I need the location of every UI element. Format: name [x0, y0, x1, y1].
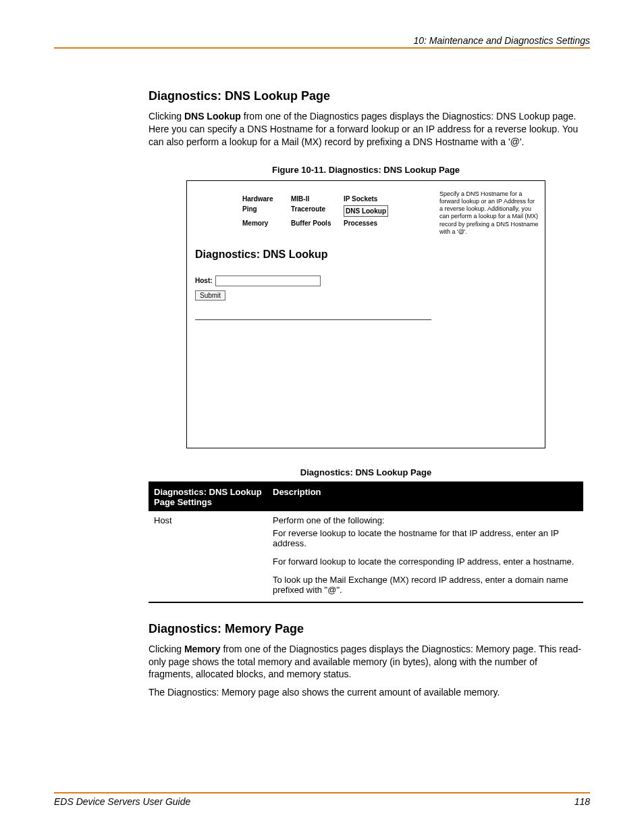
nav-hardware[interactable]: Hardware [241, 194, 290, 203]
figure-screenshot: Hardware MIB-II IP Sockets Ping Tracerou… [186, 180, 545, 448]
figure-caption: Figure 10-11. Diagnostics: DNS Lookup Pa… [149, 165, 583, 175]
nav-memory[interactable]: Memory [241, 219, 290, 228]
footer-page-number: 118 [574, 796, 590, 807]
section-intro-dns: Clicking DNS Lookup from one of the Diag… [149, 110, 583, 149]
memory-p1-pre: Clicking [149, 644, 184, 654]
memory-p2: The Diagnostics: Memory page also shows … [149, 686, 583, 699]
table-cell-desc4: To look up the Mail Exchange (MX) record… [267, 573, 583, 602]
footer-guide-name: EDS Device Servers User Guide [54, 796, 190, 807]
table-cell-desc2: For reverse lookup to locate the hostnam… [267, 527, 583, 555]
nav-grid: Hardware MIB-II IP Sockets Ping Tracerou… [241, 194, 390, 228]
nav-ipsockets[interactable]: IP Sockets [342, 194, 390, 203]
intro-text-bold: DNS Lookup [184, 111, 241, 122]
section-title-dns: Diagnostics: DNS Lookup Page [149, 89, 583, 103]
table-cell-desc3: For forward lookup to locate the corresp… [267, 555, 583, 573]
table-cell-desc1: Perform one of the following: [267, 511, 583, 527]
figure-divider [195, 319, 431, 320]
nav-bufferpools[interactable]: Buffer Pools [290, 219, 342, 228]
nav-ping[interactable]: Ping [241, 205, 290, 217]
settings-table: Diagnostics: DNS Lookup Page Settings De… [149, 481, 583, 603]
figure-inner-title: Diagnostics: DNS Lookup [195, 249, 327, 261]
host-label: Host: [195, 277, 213, 284]
chapter-header: 10: Maintenance and Diagnostics Settings [54, 35, 590, 49]
host-input[interactable] [215, 276, 321, 286]
submit-button[interactable]: Submit [195, 290, 225, 301]
nav-mibii[interactable]: MIB-II [290, 194, 342, 203]
table-header-settings: Diagnostics: DNS Lookup Page Settings [149, 482, 267, 511]
help-panel: Specify a DNS Hostname for a forward loo… [439, 190, 539, 236]
intro-text-pre: Clicking [149, 111, 184, 122]
memory-p1-bold: Memory [184, 644, 221, 654]
table-caption: Diagnostics: DNS Lookup Page [149, 467, 583, 477]
memory-p1: Clicking Memory from one of the Diagnost… [149, 643, 583, 681]
table-cell-host: Host [149, 511, 267, 527]
nav-processes[interactable]: Processes [342, 219, 390, 228]
section-title-memory: Diagnostics: Memory Page [149, 622, 583, 636]
table-header-description: Description [267, 482, 583, 511]
nav-traceroute[interactable]: Traceroute [290, 205, 342, 217]
nav-dnslookup[interactable]: DNS Lookup [344, 205, 388, 217]
